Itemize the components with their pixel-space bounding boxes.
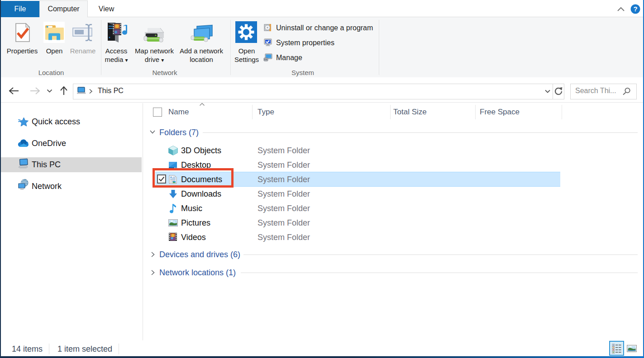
svg-text:?: ? [633,5,637,13]
